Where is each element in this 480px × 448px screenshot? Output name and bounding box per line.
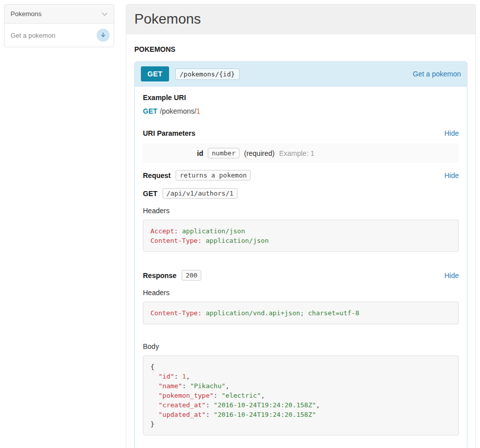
json-value: 2016-10-24T19:24:20.158Z [214, 411, 316, 418]
response-body-label: Body [143, 342, 459, 350]
json-entry: updated_at2016-10-24T19:24:20.158Z [150, 410, 451, 419]
sidebar-item-get-a-pokemon[interactable]: Get a pokemon [5, 24, 114, 47]
header-name: Content-Type [150, 237, 202, 244]
json-entry: id1 [150, 372, 451, 381]
request-description-badge: returns a pokemon [176, 170, 251, 181]
json-key: updated_at [158, 411, 206, 418]
json-separator [182, 382, 190, 390]
json-separator [206, 411, 214, 418]
uri-parameters-block: id number (required) Example: 1 [143, 143, 459, 163]
endpoint-path-badge: /pokemons/{id} [175, 68, 239, 80]
resource-group-heading: POKEMONS [134, 45, 467, 53]
json-close-brace: } [150, 419, 451, 429]
json-value: 1 [182, 373, 186, 380]
response-body-code: { id1 namePikachu pokemon_typeelectric c… [143, 355, 459, 435]
request-row: Request returns a pokemon Hide [143, 170, 459, 181]
header-name: Content-Type [150, 309, 202, 317]
header-name: Accept [150, 227, 178, 235]
arrow-down-icon [100, 32, 107, 39]
sidebar-group-title: Pokemons [11, 10, 41, 18]
example-uri: GET/pokemons/1 [143, 107, 459, 115]
request-method-row: GET /api/v1/authors/1 [143, 188, 459, 199]
response-headers-code: Content-Typeapplication/vnd.api+json; ch… [143, 302, 459, 324]
json-separator [174, 373, 182, 380]
response-hide-link[interactable]: Hide [444, 272, 459, 280]
page-header: Pokemons [126, 5, 475, 34]
header-line: Content-Typeapplication/vnd.api+json; ch… [150, 308, 451, 318]
http-method-badge: GET [141, 66, 169, 81]
param-row: id number (required) Example: 1 [143, 148, 459, 158]
json-key: id [158, 373, 174, 380]
endpoint-body: Example URI GET/pokemons/1 URI Parameter… [135, 86, 467, 448]
header-value: application/json [206, 237, 269, 244]
request-hide-link[interactable]: Hide [444, 171, 459, 180]
main-panel: Pokemons POKEMONS GET /pokemons/{id} Get… [126, 4, 476, 448]
json-open-brace: { [150, 362, 451, 372]
header-value: application/vnd.api+json; charset=utf-8 [206, 309, 359, 317]
example-uri-heading: Example URI [143, 94, 459, 102]
chevron-down-icon [102, 12, 108, 16]
page: Pokemons Get a pokemon Pokemons POKEMONS… [0, 0, 480, 448]
json-key: created_at [158, 401, 206, 409]
endpoint-title-link[interactable]: Get a pokemon [413, 70, 461, 78]
header-line: Acceptapplication/json [150, 226, 451, 236]
param-example-value: 1 [310, 149, 314, 157]
json-separator [214, 392, 222, 399]
param-example-label: Example: [279, 149, 308, 157]
uri-parameters-heading: URI Parameters [143, 129, 195, 137]
uri-parameters-row: URI Parameters Hide [143, 129, 459, 137]
request-heading: Request [143, 171, 171, 180]
uri-parameters-hide-link[interactable]: Hide [444, 129, 459, 137]
request-headers-label: Headers [143, 207, 459, 215]
json-separator [206, 401, 214, 409]
sidebar-item-label: Get a pokemon [11, 32, 55, 39]
param-required: (required) [244, 149, 275, 157]
response-headers-label: Headers [143, 289, 459, 297]
json-value: Pikachu [190, 382, 225, 390]
response-status-badge: 200 [182, 270, 201, 281]
response-row: Response 200 Hide [143, 270, 459, 281]
json-value: electric [221, 392, 261, 399]
example-uri-path: /pokemons/ [160, 107, 196, 115]
json-key: pokemon_type [158, 392, 214, 399]
request-headers-code: Acceptapplication/json Content-Typeappli… [143, 220, 459, 252]
header-value: application/json [182, 227, 245, 235]
request-method: GET [143, 190, 157, 198]
json-key: name [158, 382, 182, 390]
request-uri-badge: /api/v1/authors/1 [163, 188, 237, 199]
response-heading: Response [143, 272, 177, 280]
json-entry: namePikachu [150, 381, 451, 391]
sidebar: Pokemons Get a pokemon [4, 4, 114, 47]
endpoint-card: GET /pokemons/{id} Get a pokemon Example… [134, 61, 467, 448]
page-title: Pokemons [134, 11, 467, 27]
sidebar-group-header[interactable]: Pokemons [5, 5, 114, 24]
example-uri-param-value: 1 [196, 107, 200, 115]
json-entry: created_at2016-10-24T19:24:20.158Z [150, 400, 451, 410]
main-content: POKEMONS GET /pokemons/{id} Get a pokemo… [126, 34, 475, 448]
endpoint-header[interactable]: GET /pokemons/{id} Get a pokemon [135, 62, 467, 86]
json-entry: pokemon_typeelectric [150, 391, 451, 400]
example-uri-method: GET [143, 107, 157, 115]
param-type-badge: number [208, 148, 239, 158]
scroll-to-endpoint-button[interactable] [97, 29, 110, 42]
param-name: id [143, 149, 203, 157]
header-line: Content-Typeapplication/json [150, 236, 451, 245]
param-example: Example: 1 [279, 149, 314, 157]
json-value: 2016-10-24T19:24:20.158Z [214, 401, 316, 409]
